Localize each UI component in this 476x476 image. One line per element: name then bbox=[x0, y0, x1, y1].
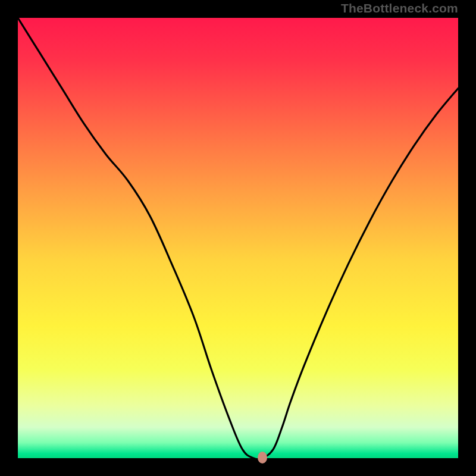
optimal-point-marker bbox=[258, 452, 267, 464]
curve-layer bbox=[18, 18, 458, 458]
bottleneck-curve bbox=[18, 18, 458, 458]
watermark-text: TheBottleneck.com bbox=[341, 1, 458, 15]
chart-container: TheBottleneck.com bbox=[0, 0, 476, 476]
plot-area bbox=[18, 18, 458, 458]
